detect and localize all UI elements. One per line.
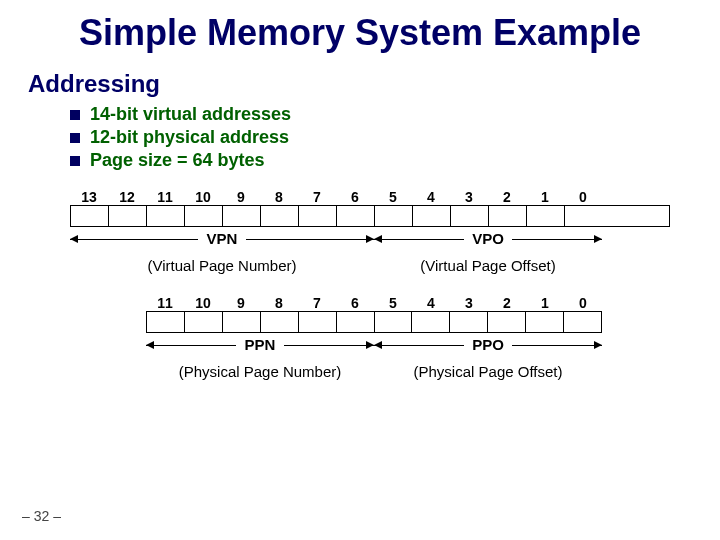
section-heading: Addressing (28, 70, 720, 98)
bit-label: 6 (336, 295, 374, 311)
virtual-address-diagram: 131211109876543210 VPN VPO (Virtual Page… (70, 189, 670, 287)
vpo-full-label: (Virtual Page Offset) (374, 257, 602, 274)
bit-label: 8 (260, 189, 298, 205)
bit-label: 7 (298, 295, 336, 311)
bit-cell (565, 206, 602, 226)
bit-cell (71, 206, 109, 226)
slide-number: – 32 – (22, 508, 61, 524)
bullet-text: Page size = 64 bytes (90, 150, 265, 171)
bit-label: 3 (450, 189, 488, 205)
bit-cell (147, 312, 185, 332)
bit-label: 12 (108, 189, 146, 205)
bit-label: 4 (412, 189, 450, 205)
pa-bit-labels: 11109876543210 (146, 295, 602, 311)
bit-cell (223, 206, 261, 226)
va-bit-boxes (70, 205, 670, 227)
bit-label: 7 (298, 189, 336, 205)
bit-cell (223, 312, 261, 332)
bit-cell (564, 312, 601, 332)
bit-label: 9 (222, 295, 260, 311)
bit-cell (147, 206, 185, 226)
bit-label: 0 (564, 295, 602, 311)
pa-bit-boxes (146, 311, 602, 333)
bit-label: 2 (488, 295, 526, 311)
bit-cell (527, 206, 565, 226)
bit-cell (375, 206, 413, 226)
bit-cell (375, 312, 413, 332)
ppo-full-label: (Physical Page Offset) (374, 363, 602, 380)
bit-cell (489, 206, 527, 226)
va-bit-labels: 131211109876543210 (70, 189, 670, 205)
ppo-label: PPO (464, 336, 512, 353)
bit-label: 3 (450, 295, 488, 311)
physical-address-diagram: 11109876543210 PPN PPO (Physical Page Nu… (146, 295, 602, 393)
bit-cell (185, 206, 223, 226)
bit-cell (185, 312, 223, 332)
bit-label: 13 (70, 189, 108, 205)
bit-label: 0 (564, 189, 602, 205)
bit-cell (450, 312, 488, 332)
bit-label: 11 (146, 295, 184, 311)
bit-label: 4 (412, 295, 450, 311)
bullet-icon (70, 156, 80, 166)
bit-label: 9 (222, 189, 260, 205)
bit-cell (412, 312, 450, 332)
bit-label: 6 (336, 189, 374, 205)
bit-label: 2 (488, 189, 526, 205)
bit-label: 11 (146, 189, 184, 205)
bit-cell (299, 312, 337, 332)
bit-cell (261, 206, 299, 226)
vpn-label: VPN (198, 230, 246, 247)
bit-cell (413, 206, 451, 226)
bit-cell (451, 206, 489, 226)
bit-label: 10 (184, 295, 222, 311)
bit-cell (337, 206, 375, 226)
bullet-list: 14-bit virtual addresses 12-bit physical… (70, 104, 720, 171)
list-item: 14-bit virtual addresses (70, 104, 720, 125)
bit-label: 10 (184, 189, 222, 205)
vpn-full-label: (Virtual Page Number) (70, 257, 374, 274)
bit-cell (109, 206, 147, 226)
bit-cell (299, 206, 337, 226)
bit-label: 5 (374, 189, 412, 205)
bullet-icon (70, 110, 80, 120)
ppn-full-label: (Physical Page Number) (146, 363, 374, 380)
bit-label: 1 (526, 295, 564, 311)
bit-label: 1 (526, 189, 564, 205)
bit-label: 5 (374, 295, 412, 311)
page-title: Simple Memory System Example (0, 0, 720, 54)
bullet-icon (70, 133, 80, 143)
ppn-label: PPN (236, 336, 284, 353)
bullet-text: 12-bit physical address (90, 127, 289, 148)
bullet-text: 14-bit virtual addresses (90, 104, 291, 125)
list-item: 12-bit physical address (70, 127, 720, 148)
bit-cell (526, 312, 564, 332)
bit-label: 8 (260, 295, 298, 311)
list-item: Page size = 64 bytes (70, 150, 720, 171)
bit-cell (261, 312, 299, 332)
bit-cell (488, 312, 526, 332)
bit-cell (337, 312, 375, 332)
vpo-label: VPO (464, 230, 512, 247)
